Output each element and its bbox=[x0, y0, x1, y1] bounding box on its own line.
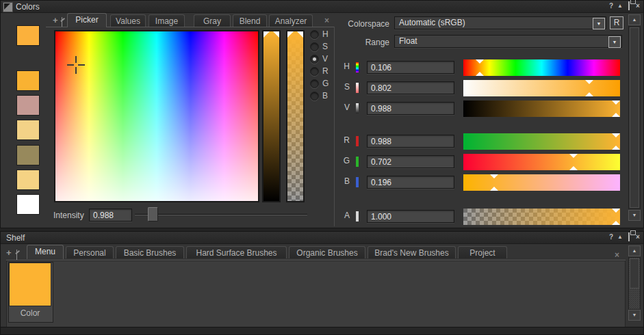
colors-titlebar[interactable]: Colors ? ▲ × bbox=[1, 1, 643, 13]
tab-picker[interactable]: Picker bbox=[67, 13, 107, 27]
tab-project[interactable]: Project bbox=[458, 246, 507, 258]
chevron-down-icon[interactable]: ▼ bbox=[608, 36, 621, 48]
range-dropdown[interactable]: Float ▼ bbox=[394, 35, 622, 48]
scroll-up-icon[interactable]: ▲ bbox=[628, 245, 641, 256]
shade-icon[interactable]: ▲ bbox=[616, 232, 624, 242]
reset-colorspace-button[interactable]: R bbox=[610, 16, 623, 29]
tab-image[interactable]: Image bbox=[149, 14, 185, 27]
h-value-field[interactable] bbox=[367, 61, 454, 74]
shelf-item-label: Color bbox=[9, 306, 51, 321]
tabpage-border-right bbox=[334, 27, 335, 226]
saturation-strip-icon bbox=[356, 83, 359, 93]
r-gradient-slider[interactable] bbox=[463, 133, 620, 150]
colors-panel: Colors ? ▲ × + Picker Values Image Gray … bbox=[0, 0, 644, 228]
channel-row-r: R bbox=[1, 133, 644, 150]
close-tab-icon[interactable]: × bbox=[324, 16, 329, 25]
blue-strip-icon bbox=[356, 177, 359, 187]
tab-blend[interactable]: Blend bbox=[233, 14, 267, 27]
scroll-down-icon[interactable]: ▼ bbox=[628, 210, 641, 221]
a-gradient-slider[interactable] bbox=[463, 209, 620, 225]
range-label: Range bbox=[329, 38, 389, 47]
g-value-field[interactable] bbox=[367, 155, 454, 168]
shelf-tabpage-border bbox=[6, 260, 626, 260]
hue-strip-icon bbox=[356, 62, 359, 72]
red-strip-icon bbox=[356, 136, 359, 146]
intensity-label: Intensity bbox=[53, 211, 84, 220]
v-value-field[interactable] bbox=[367, 102, 454, 115]
color-chip[interactable] bbox=[9, 263, 51, 306]
intensity-slider-handle[interactable] bbox=[148, 207, 158, 222]
panel-icon bbox=[3, 2, 13, 12]
close-tab-icon[interactable]: × bbox=[615, 250, 619, 260]
tab-values[interactable]: Values bbox=[110, 14, 146, 27]
channel-row-g: G bbox=[1, 154, 644, 170]
a-value-field[interactable] bbox=[367, 210, 454, 223]
value-strip-icon bbox=[356, 103, 359, 113]
scrollbar-thumb[interactable] bbox=[630, 258, 639, 289]
tab-menu[interactable]: Menu bbox=[27, 245, 64, 259]
tab-basic-brushes[interactable]: Basic Brushes bbox=[116, 246, 184, 258]
current-color-swatch[interactable] bbox=[16, 25, 40, 46]
tab-gray[interactable]: Gray bbox=[194, 14, 231, 27]
channel-row-v: V bbox=[1, 100, 644, 117]
colorspace-dropdown[interactable]: Automatic (sRGB) ▼ bbox=[394, 16, 606, 29]
scrollbar-thumb[interactable] bbox=[630, 27, 639, 208]
tab-organic-brushes[interactable]: Organic Brushes bbox=[289, 246, 365, 258]
s-gradient-slider[interactable] bbox=[463, 80, 620, 96]
colors-scrollbar[interactable] bbox=[628, 26, 641, 209]
tab-hard-surface-brushes[interactable]: Hard Surface Brushes bbox=[186, 246, 287, 258]
channel-row-b: B bbox=[1, 174, 644, 191]
restore-icon[interactable] bbox=[625, 232, 633, 242]
b-value-field[interactable] bbox=[367, 176, 454, 189]
shelf-content: Color bbox=[6, 260, 626, 327]
h-gradient-slider[interactable] bbox=[463, 59, 620, 76]
chevron-down-icon[interactable]: ▼ bbox=[593, 18, 605, 29]
channel-row-h: H bbox=[1, 59, 644, 76]
v-gradient-slider[interactable] bbox=[463, 100, 620, 117]
help-icon[interactable]: ? bbox=[607, 1, 615, 11]
colors-panel-title: Colors bbox=[16, 2, 40, 12]
shelf-scrollbar[interactable] bbox=[628, 257, 641, 310]
shelf-panel: Shelf ? ▲ × + Menu Personal Basic Brushe… bbox=[0, 231, 644, 335]
channel-row-s: S bbox=[1, 80, 644, 96]
b-gradient-slider[interactable] bbox=[463, 174, 620, 191]
shelf-titlebar[interactable]: Shelf ? ▲ × bbox=[1, 232, 643, 244]
s-value-field[interactable] bbox=[367, 81, 454, 94]
colorspace-value: Automatic (sRGB) bbox=[399, 18, 465, 27]
scroll-up-icon[interactable]: ▲ bbox=[628, 14, 641, 25]
intensity-field[interactable] bbox=[89, 209, 132, 222]
shelf-panel-title: Shelf bbox=[6, 233, 25, 243]
g-gradient-slider[interactable] bbox=[463, 154, 620, 170]
green-strip-icon bbox=[356, 157, 359, 167]
r-value-field[interactable] bbox=[367, 135, 454, 148]
shade-icon[interactable]: ▲ bbox=[616, 1, 624, 11]
shelf-bottom-strip bbox=[1, 327, 643, 334]
tab-analyzer[interactable]: Analyzer bbox=[269, 14, 313, 27]
shelf-tabbar: Menu Personal Basic Brushes Hard Surface… bbox=[1, 245, 644, 260]
help-icon[interactable]: ? bbox=[607, 232, 615, 242]
scroll-down-icon[interactable]: ▼ bbox=[628, 310, 641, 321]
shelf-item-color[interactable]: Color bbox=[8, 262, 53, 323]
restore-icon[interactable] bbox=[625, 1, 633, 11]
colorspace-label: Colorspace bbox=[329, 19, 389, 29]
tab-brads-new-brushes[interactable]: Brad's New Brushes bbox=[368, 246, 456, 258]
alpha-strip-icon bbox=[356, 211, 359, 222]
intensity-slider-track[interactable] bbox=[135, 214, 307, 215]
tab-personal[interactable]: Personal bbox=[66, 246, 114, 258]
range-value: Float bbox=[399, 36, 417, 46]
